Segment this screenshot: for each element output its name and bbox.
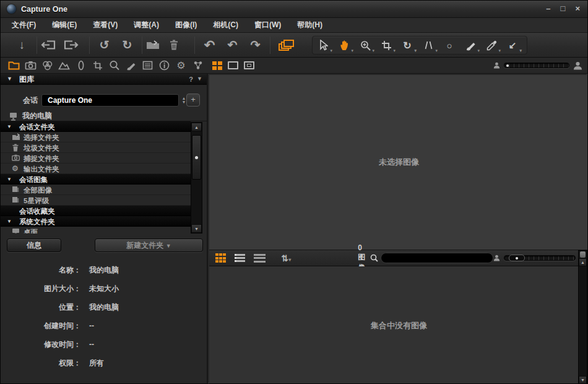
import-to-box-icon[interactable] [40, 40, 63, 50]
spot-removal-tool[interactable]: ○ [439, 37, 460, 54]
tab-lens-icon[interactable] [72, 58, 89, 73]
copy-adjustments-icon[interactable] [279, 40, 295, 51]
menu-adjust[interactable]: 调整(A) [126, 18, 167, 32]
menu-edit[interactable]: 编辑(E) [44, 18, 85, 32]
pan-hand-tool[interactable]: ▾ [334, 37, 355, 54]
menu-camera[interactable]: 相机(C) [205, 18, 246, 32]
browser-filmstrip-view-button[interactable] [254, 254, 266, 263]
tree-item-output-folder[interactable]: ⚙ 输出文件夹 [1, 164, 191, 174]
scroll-track[interactable] [191, 131, 202, 224]
redo-icon[interactable]: ↷ [244, 33, 267, 57]
tree-item-selects-folder[interactable]: 选择文件夹 [1, 132, 191, 142]
select-tool[interactable]: ▾ [313, 37, 334, 54]
rotate-cw-icon[interactable]: ↻ [116, 33, 139, 57]
menubar: 文件(F) 编辑(E) 查看(V) 调整(A) 图像(I) 相机(C) 窗口(W… [1, 18, 587, 33]
tab-adjustments-brush-icon[interactable] [123, 58, 139, 73]
help-icon[interactable]: ? [189, 74, 193, 85]
undo-icon[interactable]: ↶ [221, 33, 244, 57]
tree-group-session-folders[interactable]: ▼ 会话文件夹 [1, 121, 191, 132]
tree-group-session-favorites[interactable]: 会话收藏夹 [1, 206, 191, 216]
tree-scrollbar[interactable]: ▲ ▼ [191, 122, 202, 233]
tab-settings-gear-icon[interactable]: ⚙ [173, 58, 189, 73]
brush-tool[interactable]: ▾ [460, 37, 481, 54]
panel-title: 图库 [19, 74, 34, 85]
trash-icon[interactable] [168, 39, 191, 51]
menu-file[interactable]: 文件(F) [4, 18, 44, 32]
info-row-location: 位置： 我的电脑 [1, 298, 207, 316]
browser-list-view-button[interactable] [235, 254, 245, 262]
search-input[interactable] [381, 253, 493, 263]
tab-metadata-list-icon[interactable] [139, 58, 156, 73]
menu-window[interactable]: 窗口(W) [246, 18, 289, 32]
splitter-handle[interactable] [580, 251, 586, 258]
export-from-box-icon[interactable] [63, 40, 86, 50]
slider-thumb[interactable] [509, 255, 525, 261]
scroll-up-button[interactable]: ▲ [579, 258, 587, 266]
camera-icon [12, 154, 20, 162]
add-session-button[interactable]: + [186, 94, 200, 107]
info-row-permissions: 权限： 所有 [1, 354, 207, 372]
tree-item-five-star[interactable]: 5星评级 [1, 195, 191, 206]
scroll-down-button[interactable]: ▼ [579, 376, 587, 384]
minimize-button[interactable]: – [546, 4, 550, 14]
capture-one-window: Capture One – □ × 文件(F) 编辑(E) 查看(V) 调整(A… [0, 0, 588, 384]
my-computer-item[interactable]: 我的电脑 [9, 111, 52, 121]
chevron-down-icon[interactable]: ▼ [7, 219, 12, 224]
tool-tabs: ⚙ [1, 58, 208, 73]
tab-output-process-icon[interactable] [189, 58, 206, 73]
tree-group-system-folders[interactable]: ▼ 系统文件夹 [1, 216, 191, 227]
tree-item-trash-folder[interactable]: 垃圾文件夹 [1, 142, 191, 153]
tab-color-wheels-icon[interactable] [39, 58, 56, 73]
single-view-button[interactable] [228, 61, 238, 69]
info-button[interactable]: 信息 [7, 238, 61, 252]
my-computer-label: 我的电脑 [22, 111, 52, 121]
close-button[interactable]: × [575, 4, 580, 14]
move-to-folder-icon[interactable] [145, 40, 168, 50]
chevron-down-icon[interactable]: ▼ [7, 124, 12, 129]
scroll-track[interactable] [579, 266, 587, 376]
new-folder-button[interactable]: 新建文件夹 ▼ [95, 238, 203, 252]
straighten-tool[interactable]: ▾ [418, 37, 439, 54]
chevron-down-icon[interactable]: ▼ [7, 177, 12, 182]
panel-menu-icon[interactable]: ▼ [197, 74, 202, 84]
multi-view-button[interactable] [212, 61, 222, 70]
browser-grid-view-button[interactable] [215, 253, 226, 263]
crop-tool[interactable]: ▾ [376, 37, 397, 54]
menu-help[interactable]: 帮助(H) [289, 18, 331, 32]
color-picker-tool[interactable]: ▾ [481, 37, 502, 54]
apply-adjustments-tool[interactable]: ↙▾ [502, 37, 523, 54]
maximize-button[interactable]: □ [561, 4, 566, 14]
tab-details-magnifier-icon[interactable] [106, 58, 123, 73]
scroll-up-button[interactable]: ▲ [191, 123, 202, 131]
tab-library-folder-icon[interactable] [6, 58, 22, 73]
titlebar: Capture One – □ × [1, 1, 587, 18]
library-panel-header[interactable]: ▼ 图库 ? ▼ [1, 74, 207, 85]
undo-all-icon[interactable]: ↶ [198, 33, 221, 57]
menu-image[interactable]: 图像(I) [167, 18, 205, 32]
info-fields: 名称： 我的电脑 图片大小： 未知大小 位置： 我的电脑 创建时间： -- 修改… [1, 261, 207, 372]
browser-scrollbar[interactable]: ▲ ▼ [578, 250, 587, 384]
tree-group-session-albums[interactable]: ▼ 会话图集 [1, 174, 191, 185]
collapse-icon[interactable]: ▼ [7, 74, 12, 84]
tree-item-all-images[interactable]: 全部图像 [1, 185, 191, 195]
session-select[interactable]: Capture One ▴▾ [41, 94, 179, 107]
tab-exposure-curve-icon[interactable] [56, 58, 72, 73]
sort-button[interactable]: ⇅▾ [282, 253, 292, 263]
tree-item-desktop[interactable]: 桌面 [1, 227, 191, 233]
rotate-tool[interactable]: ↻▾ [397, 37, 418, 54]
tab-info-icon[interactable] [156, 58, 173, 73]
scroll-down-button[interactable]: ▼ [191, 224, 202, 233]
zoom-tool[interactable]: ▾ [355, 37, 376, 54]
proof-view-button[interactable] [244, 61, 254, 69]
tab-capture-camera-icon[interactable] [22, 58, 39, 73]
menu-view[interactable]: 查看(V) [85, 18, 126, 32]
rotate-ccw-icon[interactable]: ↺ [93, 33, 116, 57]
tool-tabs-bar: ⚙ [1, 58, 587, 74]
tab-crop-icon[interactable] [89, 58, 106, 73]
tree-item-capture-folder[interactable]: 捕捉文件夹 [1, 153, 191, 164]
thumbnail-size-slider[interactable] [504, 255, 576, 261]
scroll-thumb[interactable] [192, 135, 201, 180]
viewer-zoom-slider[interactable] [504, 63, 569, 68]
import-icon[interactable]: ↓ [11, 33, 33, 57]
toolbar-divider [270, 37, 270, 54]
